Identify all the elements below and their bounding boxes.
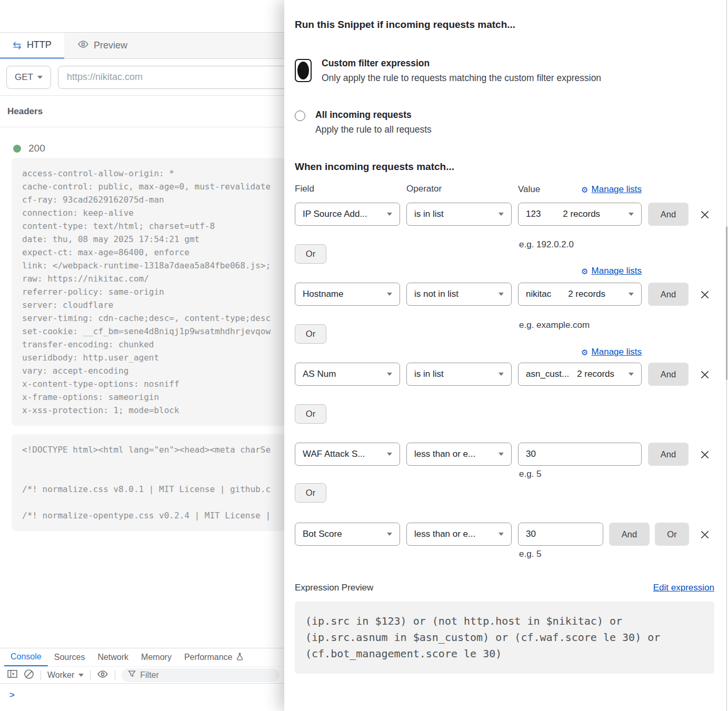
and-button[interactable]: And — [648, 203, 689, 226]
status-code: 200 — [28, 143, 45, 154]
clear-console-icon[interactable] — [24, 669, 34, 682]
operator-select[interactable]: is in list — [406, 363, 512, 386]
manage-lists-label[interactable]: Manage lists — [592, 266, 642, 276]
toolbar-divider — [41, 670, 41, 680]
remove-row-icon[interactable] — [700, 289, 710, 300]
field-select-value: IP Source Add... — [303, 209, 367, 219]
expression-preview-header: Expression Preview Edit expression — [295, 582, 714, 594]
chevron-down-icon — [498, 373, 504, 376]
row-gap: e.g. 5 — [295, 546, 714, 564]
option-custom-filter-expression[interactable]: Custom filter expression Only apply the … — [295, 58, 714, 84]
manage-lists-link[interactable]: ⚙ Manage lists — [581, 184, 642, 195]
row-gap: e.g. 192.0.2.0 Or ⚙Manage lists — [295, 226, 714, 283]
manage-lists-link[interactable]: ⚙Manage lists — [518, 347, 642, 357]
scrollbar-thumb[interactable] — [726, 226, 727, 380]
remove-row-icon[interactable] — [700, 449, 710, 460]
tab-preview[interactable]: Preview — [64, 33, 141, 58]
console-sidebar-toggle-icon[interactable] — [7, 669, 17, 680]
operator-column-label: Operator — [406, 184, 518, 195]
devtools-tab-network[interactable]: Network — [91, 648, 135, 666]
or-button[interactable]: Or — [295, 324, 326, 344]
or-button[interactable]: Or — [295, 404, 326, 424]
tab-preview-label: Preview — [94, 40, 127, 51]
edit-expression-link[interactable]: Edit expression — [653, 583, 714, 593]
remove-row-icon[interactable] — [700, 209, 710, 220]
snippet-rule-drawer: Run this Snippet if incoming requests ma… — [284, 0, 728, 711]
remove-row-icon[interactable] — [700, 529, 710, 540]
remove-row-icon[interactable] — [700, 369, 710, 380]
list-record-count: 2 records — [577, 369, 621, 379]
field-select-value: Hostname — [303, 289, 343, 299]
field-select[interactable]: Hostname — [295, 283, 400, 306]
tab-http[interactable]: ⇆ HTTP — [0, 33, 64, 59]
manage-lists-link[interactable]: ⚙Manage lists — [518, 266, 642, 276]
devtools-tab-sources-label: Sources — [54, 653, 85, 662]
chevron-down-icon — [387, 293, 392, 296]
field-select[interactable]: IP Source Add... — [295, 203, 400, 226]
devtools-tab-sources[interactable]: Sources — [48, 648, 92, 666]
toolbar-divider — [90, 670, 91, 680]
funnel-icon — [128, 670, 136, 680]
operator-select[interactable]: is in list — [406, 203, 512, 226]
or-button[interactable]: Or — [295, 483, 326, 503]
operator-select[interactable]: less than or e... — [406, 523, 512, 546]
radio-unselected-icon[interactable] — [295, 111, 305, 121]
devtools-tab-console-label: Console — [11, 652, 42, 662]
value-hint: e.g. example.com — [519, 320, 590, 331]
field-select[interactable]: WAF Attack S... — [295, 443, 400, 466]
value-list-select[interactable]: nikitac2 records — [518, 283, 642, 306]
operator-select-value: is in list — [414, 369, 444, 379]
and-button[interactable]: And — [648, 443, 689, 466]
chevron-down-icon — [498, 213, 504, 216]
live-expression-eye-icon[interactable] — [97, 669, 108, 682]
and-button[interactable]: And — [609, 523, 650, 546]
eye-icon — [78, 39, 88, 52]
manage-lists-label[interactable]: Manage lists — [592, 347, 642, 357]
console-filter[interactable] — [122, 668, 280, 682]
devtools-tab-performance-label: Performance — [184, 653, 233, 662]
operator-select-value: is not in list — [414, 289, 458, 299]
filter-input[interactable] — [140, 670, 245, 680]
method-select-value: GET — [15, 72, 33, 83]
devtools-tab-console[interactable]: Console — [4, 648, 48, 666]
option-description: Only apply the rule to requests matching… — [322, 73, 601, 84]
http-arrows-icon: ⇆ — [13, 40, 22, 51]
value-input[interactable] — [518, 523, 603, 546]
devtools-tab-memory[interactable]: Memory — [135, 648, 178, 666]
value-input[interactable] — [518, 443, 642, 466]
and-button[interactable]: And — [648, 363, 689, 386]
field-select-value: Bot Score — [303, 529, 342, 539]
devtools-tab-performance[interactable]: Performance — [178, 648, 251, 666]
operator-select[interactable]: less than or e... — [406, 443, 512, 466]
field-select[interactable]: AS Num — [295, 363, 400, 386]
value-column-label: Value — [518, 184, 540, 195]
row-gap: e.g. 5 Or — [295, 466, 714, 523]
field-select[interactable]: Bot Score — [295, 523, 400, 546]
or-button[interactable]: Or — [655, 523, 689, 546]
filter-row-4: WAF Attack S... less than or e... And — [295, 443, 714, 466]
value-list-select[interactable]: 1232 records — [518, 203, 642, 226]
manage-lists-label[interactable]: Manage lists — [592, 184, 642, 195]
option-label: All incoming requests — [315, 109, 432, 121]
value-hint: e.g. 192.0.2.0 — [519, 239, 574, 250]
chevron-down-icon — [387, 453, 392, 456]
row-gap: Or — [295, 386, 714, 443]
operator-select-value: less than or e... — [414, 449, 475, 459]
worker-context-select[interactable]: Worker — [47, 670, 84, 680]
headers-label: Headers — [7, 106, 43, 117]
option-all-incoming-requests[interactable]: All incoming requests Apply the rule to … — [295, 109, 714, 135]
console-prompt-chevron: > — [9, 690, 15, 700]
operator-select[interactable]: is not in list — [406, 283, 512, 306]
filter-column-labels: Field Operator Value ⚙ Manage lists — [295, 184, 714, 195]
radio-selected-icon[interactable] — [295, 59, 312, 82]
list-name: asn_cust... — [526, 369, 569, 379]
or-button[interactable]: Or — [295, 244, 326, 264]
and-button[interactable]: And — [648, 283, 689, 306]
filter-row-3: AS Num is in list asn_cust...2 records A… — [295, 363, 714, 386]
list-record-count: 2 records — [568, 289, 612, 299]
value-column-header: Value ⚙ Manage lists — [518, 184, 642, 195]
gear-icon: ⚙ — [581, 186, 588, 194]
value-list-select[interactable]: asn_cust...2 records — [518, 363, 642, 386]
gear-icon: ⚙ — [581, 348, 588, 356]
method-select[interactable]: GET — [6, 66, 51, 89]
